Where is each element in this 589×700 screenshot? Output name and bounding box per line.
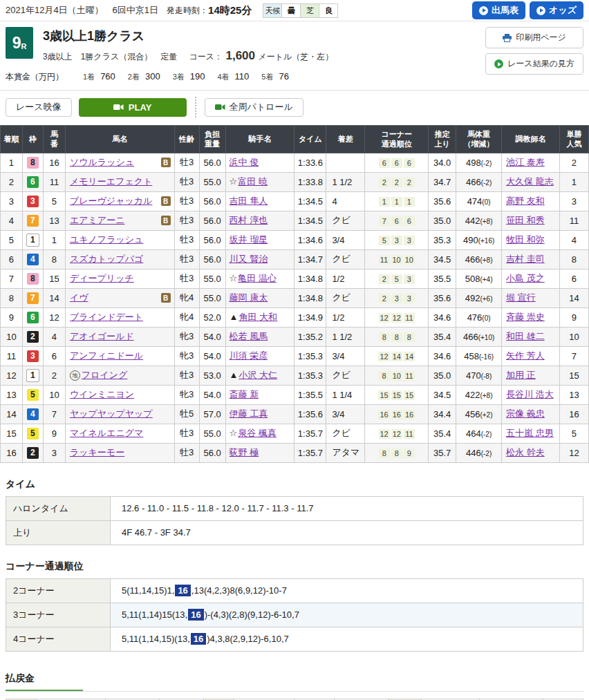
trainer-name-link[interactable]: 吉村 圭司 bbox=[506, 254, 545, 264]
trainer-name-link[interactable]: 池江 泰寿 bbox=[506, 157, 545, 167]
horse-name-cell: ユキノフラッシュ bbox=[65, 230, 174, 249]
jockey-name-link[interactable]: 坂井 瑠星 bbox=[230, 234, 268, 245]
horse-name-link[interactable]: イヴ bbox=[70, 292, 88, 304]
arrow-circle-icon bbox=[536, 6, 545, 15]
finish-time: 1:35.2 bbox=[294, 327, 326, 346]
horse-name-link[interactable]: ブレーヴジャッカル bbox=[70, 195, 152, 207]
horse-name-cell: イヴB bbox=[65, 288, 174, 308]
jockey-apprentice-mark: ▲ bbox=[230, 312, 239, 322]
horse-weight: 474(0) bbox=[456, 191, 502, 211]
margin bbox=[326, 153, 365, 172]
trainer-name-link[interactable]: 長谷川 浩大 bbox=[506, 389, 554, 399]
corner-positions: 111010 bbox=[365, 249, 429, 269]
results-guide-button[interactable]: レース結果の見方 bbox=[485, 53, 583, 75]
trainer-name-link[interactable]: 矢作 芳人 bbox=[506, 350, 545, 361]
finish-position: 7 bbox=[1, 269, 23, 288]
trainer-name-link[interactable]: 斉藤 崇史 bbox=[506, 312, 545, 322]
horse-name-link[interactable]: アンフィニドール bbox=[70, 350, 143, 362]
jockey-name-link[interactable]: 松若 風馬 bbox=[230, 331, 268, 341]
jockey-name-link[interactable]: 斎藤 新 bbox=[230, 389, 259, 399]
corner-position-value: 12 bbox=[378, 352, 389, 361]
margin: クビ bbox=[326, 366, 365, 385]
prize-place-label: 4着 bbox=[217, 73, 229, 81]
print-page-button[interactable]: 印刷用ページ bbox=[485, 27, 583, 48]
trainer-name-link[interactable]: 高野 友和 bbox=[506, 196, 545, 206]
turf-label: 芝 bbox=[301, 4, 319, 17]
trainer-cell: 大久保 龍志 bbox=[502, 172, 560, 191]
horse-name-link[interactable]: フロイング bbox=[82, 369, 128, 381]
jockey-name-link[interactable]: 小沢 大仁 bbox=[239, 370, 277, 380]
results-guide-label: レース結果の見方 bbox=[507, 58, 574, 70]
finish-position: 16 bbox=[1, 443, 23, 462]
trainer-name-link[interactable]: 小島 茂之 bbox=[506, 273, 545, 283]
column-header: 馬体重 （増減） bbox=[456, 126, 502, 153]
jockey-name-link[interactable]: 浜中 俊 bbox=[230, 157, 259, 167]
jockey-name-link[interactable]: 伊藤 工真 bbox=[230, 408, 268, 419]
finish-position: 3 bbox=[1, 191, 23, 211]
trainer-name-link[interactable]: 牧田 和弥 bbox=[506, 234, 545, 245]
race-video-button[interactable]: レース映像 bbox=[6, 98, 72, 117]
frame-number-badge: 6 bbox=[27, 176, 39, 188]
jockey-cell: 西村 淳也 bbox=[225, 211, 294, 230]
estimated-last-3f: 35.6 bbox=[429, 191, 456, 211]
estimated-last-3f: 34.5 bbox=[429, 385, 456, 404]
horse-weight-diff: (-8) bbox=[481, 372, 492, 380]
frame-cell: 7 bbox=[22, 288, 43, 308]
jockey-cell: 藤岡 康太 bbox=[225, 288, 294, 308]
horse-name-link[interactable]: ウインミニヨン bbox=[70, 388, 134, 401]
trainer-name-link[interactable]: 五十嵐 忠男 bbox=[506, 428, 554, 438]
play-button[interactable]: PLAY bbox=[79, 98, 187, 117]
horse-weight: 498(-2) bbox=[456, 153, 502, 172]
horse-name-link[interactable]: マイネルエニグマ bbox=[70, 427, 143, 439]
horse-name-link[interactable]: ディープリッチ bbox=[70, 272, 134, 285]
horse-weight: 466(+8) bbox=[456, 249, 502, 269]
win-popularity: 8 bbox=[559, 249, 588, 269]
horse-number: 5 bbox=[43, 191, 65, 211]
horse-name-link[interactable]: メモリーエフェクト bbox=[70, 176, 152, 188]
frame-number-badge: 5 bbox=[27, 428, 39, 439]
shutsuba-button-label: 出馬表 bbox=[492, 4, 518, 17]
horse-name-link[interactable]: スズカトップバゴ bbox=[70, 253, 143, 265]
trainer-name-link[interactable]: 宗像 義忠 bbox=[506, 408, 545, 419]
jockey-name-link[interactable]: 藤岡 康太 bbox=[230, 292, 268, 303]
horse-name-cell: ヤップヤップヤップ bbox=[65, 404, 174, 424]
jockey-name-link[interactable]: 亀田 温心 bbox=[238, 273, 277, 283]
shutsuba-button[interactable]: 出馬表 bbox=[472, 1, 525, 19]
horse-weight-diff: (+16) bbox=[478, 237, 495, 245]
horse-name-link[interactable]: ラッキーモー bbox=[70, 446, 124, 459]
trainer-name-link[interactable]: 堀 宣行 bbox=[506, 292, 536, 303]
frame-number-badge: 5 bbox=[27, 389, 39, 401]
horse-name-link[interactable]: ブラインドデート bbox=[70, 311, 143, 323]
jockey-name-link[interactable]: 川須 栄彦 bbox=[230, 350, 268, 361]
trainer-name-link[interactable]: 大久保 龍志 bbox=[506, 176, 554, 187]
jockey-name-link[interactable]: 角田 大和 bbox=[239, 312, 277, 322]
odds-button[interactable]: オッズ bbox=[530, 1, 583, 19]
jockey-name-link[interactable]: 泉谷 楓真 bbox=[238, 428, 277, 438]
horse-name-link[interactable]: ユキノフラッシュ bbox=[70, 234, 143, 246]
trainer-name-link[interactable]: 加用 正 bbox=[506, 370, 536, 380]
frame-number-badge: 7 bbox=[27, 215, 39, 227]
jockey-name-link[interactable]: 吉田 隼人 bbox=[230, 196, 268, 206]
trainer-name-link[interactable]: 和田 雄二 bbox=[506, 331, 545, 341]
horse-weight-diff: (-2) bbox=[481, 179, 492, 187]
trainer-name-link[interactable]: 松永 幹夫 bbox=[506, 447, 545, 457]
horse-weight: 464(-2) bbox=[456, 424, 502, 443]
horse-number: 3 bbox=[43, 443, 65, 462]
horse-name-cell: ラッキーモー bbox=[65, 443, 174, 462]
horse-name-link[interactable]: ソウルラッシュ bbox=[70, 156, 134, 169]
trainer-name-link[interactable]: 笹田 和秀 bbox=[506, 215, 545, 225]
jockey-name-link[interactable]: 富田 暁 bbox=[238, 176, 268, 187]
corner-position-value: 7 bbox=[379, 216, 390, 226]
local-horse-icon: 地 bbox=[70, 370, 80, 381]
patrol-video-button[interactable]: 全周パトロール bbox=[205, 98, 303, 117]
jockey-name-link[interactable]: 荻野 極 bbox=[230, 447, 259, 457]
horse-name-link[interactable]: エアミアーニ bbox=[70, 214, 125, 227]
jockey-cell: 斎藤 新 bbox=[225, 385, 294, 404]
horse-name-link[interactable]: ヤップヤップヤップ bbox=[70, 408, 153, 420]
estimated-last-3f: 34.4 bbox=[429, 404, 456, 424]
jockey-name-link[interactable]: 西村 淳也 bbox=[230, 215, 268, 225]
horse-number: 6 bbox=[43, 346, 65, 366]
jockey-name-link[interactable]: 川又 賢治 bbox=[230, 254, 268, 264]
sex-age: 牡3 bbox=[174, 230, 199, 249]
horse-name-link[interactable]: アオイゴールド bbox=[70, 330, 134, 343]
